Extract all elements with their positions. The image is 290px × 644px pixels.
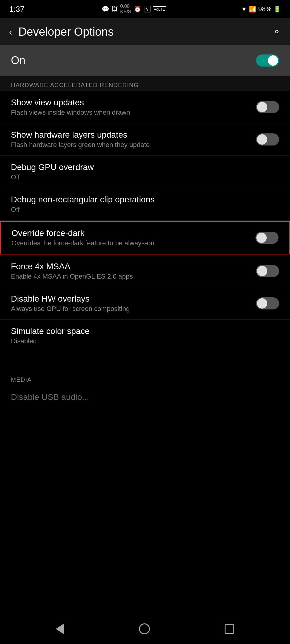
section-title-hardware: HARDWARE ACCELERATED RENDERING [11,82,139,88]
show-view-updates-subtitle: Flash views inside windows when drawn [11,109,250,116]
disable-hw-overlays-text: Disable HW overlays Always use GPU for s… [11,294,256,313]
show-hardware-layers-item[interactable]: Show hardware layers updates Flash hardw… [0,123,290,156]
nav-back-button[interactable] [56,623,64,634]
force-4x-msaa-toggle[interactable] [256,265,279,277]
debug-gpu-overdraw-title: Debug GPU overdraw [11,162,273,172]
page-title: Developer Options [18,25,267,38]
on-label: On [11,54,25,67]
image-icon: 🖼 [112,6,118,13]
toggle-knob [257,134,267,145]
force-4x-msaa-subtitle: Enable 4x MSAA in OpenGL ES 2.0 apps [11,273,250,280]
debug-non-rectangular-item[interactable]: Debug non-rectangular clip operations Of… [0,188,290,221]
developer-options-toggle[interactable] [256,54,279,67]
disable-hw-overlays-title: Disable HW overlays [11,294,250,304]
nfc-icon: N [144,6,150,12]
nav-bar [0,614,290,644]
toggle-knob [257,266,267,276]
status-icons: 💬 🖼 0.00KB/S ⏰ N VoLTE [30,4,238,15]
force-4x-msaa-item[interactable]: Force 4x MSAA Enable 4x MSAA in OpenGL E… [0,255,290,287]
toggle-knob [257,298,267,309]
toggle-knob [257,102,267,112]
search-button[interactable]: ⚬ [273,26,281,38]
back-button[interactable]: ‹ [9,27,12,37]
override-force-dark-toggle[interactable] [255,232,278,244]
disable-hw-overlays-toggle[interactable] [256,297,279,309]
show-view-updates-toggle[interactable] [256,101,279,113]
signal-icon: 📶 [249,5,256,13]
force-4x-msaa-title: Force 4x MSAA [11,262,250,271]
battery-percent: 98% [258,5,272,13]
toggle-knob [256,233,267,243]
override-force-dark-subtitle: Overrides the force-dark feature to be a… [12,239,249,247]
battery-icon: 🔋 [273,5,281,13]
show-view-updates-item[interactable]: Show view updates Flash views inside win… [0,91,290,123]
media-faded-item[interactable]: Disable USB audio... [0,386,290,409]
show-hardware-layers-toggle[interactable] [256,133,279,145]
simulate-color-space-title: Simulate color space [11,326,273,336]
content-area: HARDWARE ACCELERATED RENDERING Show view… [0,76,290,439]
disable-hw-overlays-item[interactable]: Disable HW overlays Always use GPU for s… [0,287,290,320]
simulate-color-space-text: Simulate color space Disabled [11,326,279,345]
hardware-rendering-section-header: HARDWARE ACCELERATED RENDERING [0,76,290,91]
volte-icon: VoLTE [153,6,166,12]
debug-gpu-overdraw-text: Debug GPU overdraw Off [11,162,279,181]
media-section-header: MEDIA [0,370,290,386]
force-4x-msaa-text: Force 4x MSAA Enable 4x MSAA in OpenGL E… [11,262,256,280]
show-hardware-layers-subtitle: Flash hardware layers green when they up… [11,141,250,149]
override-force-dark-text: Override force-dark Overrides the force-… [12,228,255,247]
media-faded-title: Disable USB audio... [11,392,279,402]
toggle-knob [268,55,278,66]
status-time: 1:37 [9,5,25,14]
alarm-icon: ⏰ [134,5,141,13]
header: ‹ Developer Options ⚬ [0,18,290,45]
nav-recent-button[interactable] [225,624,234,634]
show-hardware-layers-title: Show hardware layers updates [11,130,250,140]
debug-gpu-overdraw-item[interactable]: Debug GPU overdraw Off [0,156,290,188]
disable-hw-overlays-subtitle: Always use GPU for screen compositing [11,305,250,313]
network-speed-icon: 0.00KB/S [120,4,131,15]
whatsapp-icon: 💬 [102,5,109,13]
debug-non-rectangular-subtitle: Off [11,206,273,214]
media-section-title: MEDIA [11,376,31,383]
show-view-updates-text: Show view updates Flash views inside win… [11,98,256,116]
nav-home-button[interactable] [139,623,150,634]
debug-non-rectangular-title: Debug non-rectangular clip operations [11,195,273,204]
show-hardware-layers-text: Show hardware layers updates Flash hardw… [11,130,256,149]
override-force-dark-item[interactable]: Override force-dark Overrides the force-… [0,221,290,254]
debug-non-rectangular-text: Debug non-rectangular clip operations Of… [11,195,279,214]
status-right: ▼ 📶 98% 🔋 [241,5,281,13]
override-force-dark-title: Override force-dark [12,228,249,238]
on-row[interactable]: On [0,45,290,76]
status-bar: 1:37 💬 🖼 0.00KB/S ⏰ N VoLTE ▼ 📶 98% 🔋 [0,0,290,18]
simulate-color-space-subtitle: Disabled [11,337,273,345]
debug-gpu-overdraw-subtitle: Off [11,173,273,181]
wifi-icon: ▼ [241,6,247,13]
show-view-updates-title: Show view updates [11,98,250,107]
simulate-color-space-item[interactable]: Simulate color space Disabled [0,320,290,352]
